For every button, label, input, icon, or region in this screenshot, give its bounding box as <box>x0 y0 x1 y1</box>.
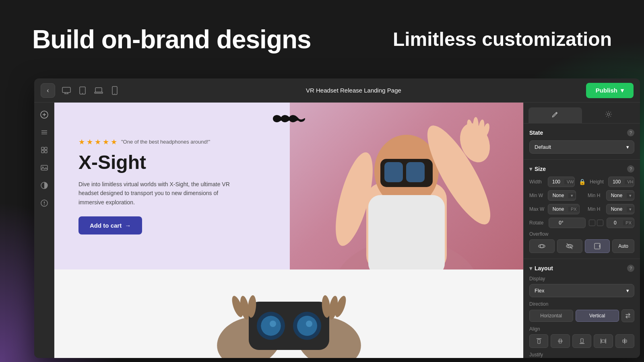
sidebar-alert-icon[interactable] <box>37 196 52 210</box>
desktop-icon[interactable] <box>60 84 73 97</box>
state-dropdown[interactable]: Default ▾ <box>529 140 634 154</box>
svg-point-25 <box>44 204 45 205</box>
editor-body: ★ ★ ★ ★ ★ "One of the best headphones ar… <box>34 103 640 358</box>
rotate-num-input[interactable] <box>607 218 623 228</box>
layout-header: ▾ Layout ? <box>529 265 634 272</box>
svg-point-9 <box>114 93 115 94</box>
tablet-icon[interactable] <box>76 84 89 97</box>
svg-rect-74 <box>602 340 605 342</box>
svg-point-57 <box>607 113 610 115</box>
page-title: VR Headset Release Landing Page <box>126 87 581 94</box>
height-input[interactable] <box>609 177 625 187</box>
rotate-num-group: PX <box>607 218 634 228</box>
publish-button[interactable]: Publish ▾ <box>586 83 634 98</box>
overflow-visible-btn[interactable] <box>529 239 555 253</box>
width-height-row: Width VW 🔒 Height VH <box>529 177 634 187</box>
width-input[interactable] <box>548 177 564 187</box>
align-buttons <box>529 334 634 348</box>
align-stretch-btn[interactable] <box>594 334 613 348</box>
edit-tab[interactable] <box>528 107 582 123</box>
controller-section <box>54 269 523 358</box>
dir-swap-btn[interactable] <box>621 309 634 322</box>
max-h-label: Min H <box>588 206 604 212</box>
layout-section: ▾ Layout ? Display Flex ▾ Direction Hori… <box>524 259 640 358</box>
height-input-group: VH <box>608 177 634 187</box>
state-value: Default <box>535 144 551 150</box>
svg-rect-39 <box>368 195 445 269</box>
size-section: ▾ Size ? Width VW 🔒 Height <box>524 160 640 259</box>
rotate-input[interactable] <box>549 218 573 228</box>
svg-rect-17 <box>45 147 47 150</box>
review-text: "One of the best headphones around!" <box>121 139 210 145</box>
size-help-icon: ? <box>627 165 634 173</box>
min-w-arrow[interactable]: ▾ <box>568 193 576 198</box>
settings-icon <box>605 111 612 120</box>
max-h-arrow[interactable]: ▾ <box>627 207 634 212</box>
hero-title: Build on-brand designs <box>32 25 311 54</box>
svg-point-49 <box>306 321 312 327</box>
star-3: ★ <box>95 138 101 146</box>
sidebar-layers-icon[interactable] <box>37 125 52 140</box>
align-label: Align <box>529 326 634 332</box>
width-input-group: VW <box>548 177 575 187</box>
overflow-auto-btn[interactable]: Auto <box>612 239 634 253</box>
checkbox-1[interactable] <box>589 220 595 226</box>
align-space-btn[interactable] <box>615 334 634 348</box>
state-help-icon: ? <box>627 129 634 136</box>
height-unit: VH <box>625 179 634 184</box>
right-panel: State ? Default ▾ ▾ Size <box>523 103 640 358</box>
back-icon: ‹ <box>47 87 49 94</box>
min-h-arrow[interactable]: ▾ <box>627 193 634 198</box>
back-button[interactable]: ‹ <box>41 83 55 98</box>
checkbox-2[interactable] <box>597 220 603 226</box>
landing-preview: ★ ★ ★ ★ ★ "One of the best headphones ar… <box>54 103 523 358</box>
width-label: Width <box>529 179 545 185</box>
add-to-cart-label: Add to cart <box>90 222 122 229</box>
hero-image-bg <box>290 103 523 269</box>
sidebar-contrast-icon[interactable] <box>37 178 52 193</box>
horizontal-btn[interactable]: Horizontal <box>529 310 573 322</box>
edit-icon <box>551 111 559 120</box>
direction-buttons: Horizontal Vertical <box>529 309 634 322</box>
display-dropdown[interactable]: Flex ▾ <box>529 284 634 297</box>
align-top-btn[interactable] <box>529 334 548 348</box>
overflow-buttons: Auto <box>529 239 634 253</box>
align-center-btn[interactable] <box>551 334 570 348</box>
direction-label: Direction <box>529 301 634 307</box>
max-w-unit: PX <box>568 207 579 212</box>
sidebar-media-icon[interactable] <box>37 160 52 175</box>
overflow-hidden-btn[interactable] <box>557 239 582 253</box>
add-to-cart-button[interactable]: Add to cart → <box>78 216 142 234</box>
min-w-label: Min W <box>529 193 545 198</box>
svg-rect-0 <box>62 87 70 93</box>
state-section: State ? Default ▾ <box>524 123 640 160</box>
overflow-scroll-btn[interactable] <box>585 239 610 253</box>
svg-point-59 <box>539 245 545 248</box>
max-w-input[interactable] <box>548 204 568 214</box>
sidebar-components-icon[interactable] <box>37 143 52 157</box>
max-h-input-group: ▾ <box>606 204 634 214</box>
brand-logo <box>265 111 313 127</box>
max-w-input-group: PX <box>548 204 580 214</box>
laptop-icon[interactable] <box>92 84 105 97</box>
min-h-input[interactable] <box>607 191 627 200</box>
min-w-input-group: ▾ <box>548 190 576 201</box>
svg-rect-71 <box>581 339 583 343</box>
svg-rect-65 <box>599 245 600 247</box>
vertical-btn[interactable]: Vertical <box>576 310 619 322</box>
svg-point-46 <box>270 321 276 327</box>
lock-icon: 🔒 <box>577 179 587 185</box>
align-bottom-btn[interactable] <box>572 334 591 348</box>
max-h-input[interactable] <box>607 204 627 214</box>
min-w-h-row: Min W ▾ Min H ▾ <box>529 190 634 201</box>
size-header: ▾ Size ? <box>529 165 634 173</box>
justify-label: Justify <box>529 352 634 358</box>
svg-point-35 <box>473 117 479 135</box>
sidebar-add-icon[interactable] <box>37 107 52 122</box>
svg-line-60 <box>567 243 572 249</box>
mobile-icon[interactable] <box>108 84 121 97</box>
settings-tab[interactable] <box>582 107 636 123</box>
max-w-label: Max W <box>529 206 545 212</box>
min-w-input[interactable] <box>548 191 568 200</box>
max-w-h-row: Max W PX Min H ▾ <box>529 204 634 214</box>
